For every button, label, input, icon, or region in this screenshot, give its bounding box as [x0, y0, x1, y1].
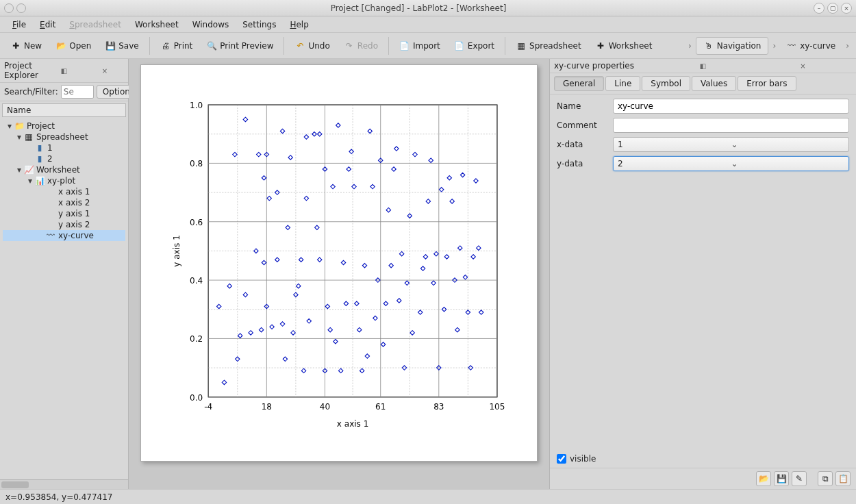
- menu-worksheet[interactable]: Worksheet: [128, 18, 186, 32]
- svg-text:83: 83: [433, 402, 444, 412]
- footer-save-icon[interactable]: 💾: [774, 471, 789, 486]
- svg-text:0.0: 0.0: [190, 393, 203, 403]
- svg-text:105: 105: [489, 402, 505, 412]
- tree-xaxis1[interactable]: x axis 1: [3, 186, 125, 197]
- window-title: Project [Changed] - LabPlot2 - [Workshee…: [26, 3, 811, 13]
- menu-help[interactable]: Help: [283, 18, 315, 32]
- search-row: Search/Filter: Options: [0, 83, 128, 101]
- xy-curve-crumb[interactable]: 〰xy-curve: [780, 37, 842, 55]
- minimize-button[interactable]: –: [814, 3, 824, 14]
- panel-float-icon[interactable]: ◧: [654, 61, 752, 71]
- tab-symbol[interactable]: Symbol: [642, 76, 690, 91]
- titlebar: Project [Changed] - LabPlot2 - [Workshee…: [0, 0, 856, 16]
- preview-icon: 🔍: [206, 40, 217, 51]
- chevron-down-icon: ⌄: [731, 159, 845, 168]
- tree-xycurve[interactable]: 〰xy-curve: [3, 230, 125, 241]
- print-preview-button[interactable]: 🔍Print Preview: [200, 37, 279, 55]
- tree-xaxis2[interactable]: x axis 2: [3, 197, 125, 208]
- chevron-down-icon: ⌄: [731, 140, 845, 149]
- worksheet-page[interactable]: -4184061831050.00.20.40.60.81.0x axis 1y…: [140, 64, 538, 462]
- search-input[interactable]: [61, 85, 94, 99]
- visible-checkbox[interactable]: visible: [557, 454, 849, 464]
- footer-open-icon[interactable]: 📂: [756, 471, 771, 486]
- project-explorer-panel: Project Explorer ◧ × Search/Filter: Opti…: [0, 59, 129, 489]
- column-icon: ▮: [34, 154, 45, 164]
- save-icon: 💾: [105, 40, 116, 51]
- tree-spreadsheet[interactable]: ▾▦Spreadsheet: [3, 131, 125, 142]
- export-button[interactable]: 📄Export: [448, 37, 501, 55]
- plot-icon: 📊: [34, 176, 45, 186]
- folder-icon: 📁: [14, 121, 25, 131]
- svg-text:0.8: 0.8: [190, 159, 203, 168]
- chevron-right-icon-3: ›: [843, 41, 852, 51]
- properties-panel: xy-curve properties ◧ × General Line Sym…: [549, 59, 856, 489]
- footer-edit-icon[interactable]: ✎: [792, 471, 807, 486]
- svg-text:61: 61: [375, 402, 386, 412]
- chevron-right-icon-2: ›: [770, 41, 779, 51]
- menu-edit[interactable]: Edit: [33, 18, 62, 32]
- toolbar: ✚New 📂Open 💾Save 🖨Print 🔍Print Preview ↶…: [0, 33, 856, 59]
- project-tree[interactable]: ▾📁Project ▾▦Spreadsheet ▮1 ▮2 ▾📈Workshee…: [0, 119, 128, 479]
- print-button[interactable]: 🖨Print: [154, 37, 199, 55]
- svg-text:-4: -4: [204, 402, 212, 412]
- import-icon: 📄: [399, 40, 410, 51]
- tree-project[interactable]: ▾📁Project: [3, 121, 125, 131]
- footer-paste-icon[interactable]: 📋: [835, 471, 851, 486]
- panel-float-icon[interactable]: ◧: [45, 66, 83, 75]
- worksheet-button[interactable]: ✚Worksheet: [589, 37, 659, 55]
- properties-form: Name Comment x-data 1⌄ y-data 2⌄: [550, 94, 856, 175]
- worksheet-icon: ✚: [595, 40, 606, 51]
- tree-xyplot[interactable]: ▾📊xy-plot: [3, 175, 125, 186]
- mouse-icon: 🖱: [703, 40, 714, 51]
- visible-checkbox-input[interactable]: [557, 454, 566, 464]
- tab-general[interactable]: General: [554, 76, 604, 91]
- panel-close-icon[interactable]: ×: [86, 66, 124, 75]
- tab-errorbars[interactable]: Error bars: [738, 76, 796, 91]
- new-button[interactable]: ✚New: [4, 37, 48, 55]
- tree-yaxis2[interactable]: y axis 2: [3, 219, 125, 230]
- redo-icon: ↷: [344, 40, 355, 51]
- svg-text:0.6: 0.6: [190, 218, 203, 227]
- xy-plot[interactable]: -4184061831050.00.20.40.60.81.0x axis 1y…: [167, 91, 511, 435]
- ydata-label: y-data: [557, 159, 607, 168]
- footer-copy-icon[interactable]: ⧉: [818, 471, 833, 486]
- search-label: Search/Filter:: [4, 87, 58, 97]
- menu-file[interactable]: File: [5, 18, 33, 32]
- svg-text:18: 18: [262, 402, 272, 412]
- tree-col-1[interactable]: ▮1: [3, 142, 125, 153]
- status-coords: x=0.953854, y=0.477417: [5, 492, 112, 502]
- spreadsheet-button[interactable]: ▦Spreadsheet: [509, 37, 588, 55]
- properties-title: xy-curve properties ◧ ×: [550, 59, 856, 73]
- maximize-button[interactable]: ▢: [827, 3, 838, 14]
- navigation-tab[interactable]: 🖱Navigation: [696, 37, 769, 55]
- tree-yaxis1[interactable]: y axis 1: [3, 208, 125, 219]
- spreadsheet-icon: ▦: [23, 132, 34, 142]
- svg-text:x axis 1: x axis 1: [337, 419, 369, 429]
- status-bar: x=0.953854, y=0.477417: [0, 489, 856, 504]
- tree-col-2[interactable]: ▮2: [3, 153, 125, 164]
- worksheet-area[interactable]: -4184061831050.00.20.40.60.81.0x axis 1y…: [129, 59, 549, 489]
- panel-close-icon[interactable]: ×: [754, 61, 852, 71]
- import-button[interactable]: 📄Import: [393, 37, 446, 55]
- ydata-select[interactable]: 2⌄: [613, 156, 849, 171]
- svg-text:0.4: 0.4: [190, 276, 203, 286]
- close-button[interactable]: ×: [841, 3, 852, 14]
- spreadsheet-icon: ▦: [516, 40, 527, 51]
- tab-values[interactable]: Values: [692, 76, 736, 91]
- save-button[interactable]: 💾Save: [99, 37, 144, 55]
- tree-header-name[interactable]: Name: [2, 103, 126, 117]
- tab-line[interactable]: Line: [605, 76, 640, 91]
- redo-button: ↷Redo: [338, 37, 384, 55]
- tree-horizontal-scrollbar[interactable]: [0, 479, 128, 489]
- undo-button[interactable]: ↶Undo: [288, 37, 336, 55]
- svg-text:1.0: 1.0: [190, 101, 203, 110]
- menubar: File Edit Spreadsheet Worksheet Windows …: [0, 16, 856, 33]
- xdata-select[interactable]: 1⌄: [613, 137, 849, 152]
- tree-worksheet[interactable]: ▾📈Worksheet: [3, 164, 125, 175]
- name-label: Name: [557, 101, 607, 111]
- menu-windows[interactable]: Windows: [186, 18, 236, 32]
- name-field[interactable]: [613, 99, 849, 114]
- open-button[interactable]: 📂Open: [49, 37, 97, 55]
- comment-field[interactable]: [613, 118, 849, 133]
- menu-settings[interactable]: Settings: [236, 18, 283, 32]
